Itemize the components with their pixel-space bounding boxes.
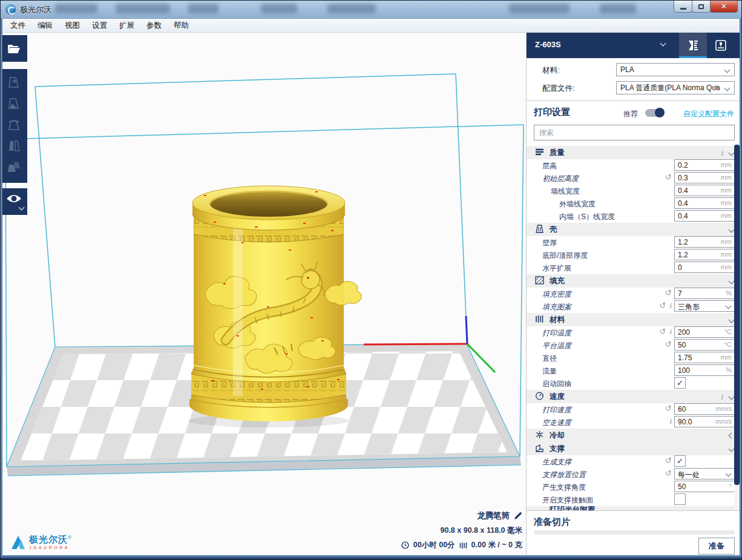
scrollbar-thumb[interactable] (734, 145, 740, 485)
tool-per-model-button[interactable] (7, 160, 21, 177)
viewport-3d[interactable]: 极光尔沃® JGAURORA 龙腾笔筒 90.8 x 90.8 x 118.0 … (1, 33, 526, 556)
menu-item-1[interactable]: 编辑 (31, 19, 59, 32)
field-unit: °C (724, 328, 732, 335)
reset-icon[interactable]: ↺ (665, 173, 672, 181)
setting-value-field[interactable]: 100% (674, 364, 735, 376)
section-header-5[interactable]: 冷却 (527, 429, 741, 442)
menu-item-6[interactable]: 帮助 (168, 19, 195, 32)
section-title: 材料 (550, 315, 565, 325)
setting-label: 内墙（S）线宽度 (559, 212, 615, 222)
chevron-down-icon (724, 85, 731, 91)
titlebar-blur-decoration (327, 4, 376, 13)
reset-icon[interactable]: ↺ (659, 301, 666, 309)
profile-select[interactable]: PLA 普通质量(PLA Norma Qua ★ (616, 81, 735, 94)
material-select[interactable]: PLA (616, 63, 735, 76)
tool-scale-icon (7, 96, 21, 111)
reset-icon[interactable]: ↺ (665, 456, 672, 464)
tool-scale-button[interactable] (7, 96, 21, 113)
menu-item-0[interactable]: 文件 (4, 19, 31, 32)
tab-print-monitor[interactable] (707, 33, 735, 58)
open-file-button[interactable] (1, 35, 27, 62)
field-value: 100 (678, 366, 690, 375)
setting-value-field[interactable]: 200°C (674, 326, 735, 338)
setting-value-field[interactable]: 0.4mm (674, 210, 735, 222)
print-settings-title: 打印设置 (534, 107, 570, 118)
menu-item-5[interactable]: 参数 (140, 19, 168, 32)
info-icon: i (721, 393, 723, 401)
setting-value-field[interactable]: 1.2mm (674, 249, 735, 260)
model-dimensions: 90.8 x 90.8 x 118.0 毫米 (401, 525, 522, 536)
setting-label: 直径 (542, 354, 557, 364)
setting-value-field[interactable]: 50°C (674, 339, 735, 351)
profile-value: PLA 普通质量(PLA Norma Qua (620, 83, 720, 93)
tab-slice-settings[interactable] (679, 33, 707, 58)
setting-value-field[interactable]: 90.0mm/s (674, 416, 735, 427)
setting-value-field[interactable]: 1.75mm (674, 352, 735, 363)
reset-icon[interactable]: ↺ (665, 289, 672, 297)
speed-icon (535, 392, 545, 401)
setting-row: 底部/顶部厚度1.2mm (527, 249, 741, 262)
printer-name[interactable]: Z-603S (535, 40, 561, 49)
setting-row: 初始层高度↺0.3mm (527, 172, 741, 185)
setting-select[interactable]: 每一处 (674, 468, 735, 479)
reset-icon[interactable]: ↺ (665, 404, 672, 412)
menu-item-4[interactable]: 扩展 (113, 19, 140, 32)
setting-value-field[interactable]: 0.4mm (674, 197, 735, 209)
maximize-button[interactable] (692, 1, 711, 13)
scene-canvas[interactable] (1, 33, 526, 556)
section-header-6[interactable]: 支撑 (527, 442, 741, 455)
setting-value-field[interactable]: 7% (674, 288, 735, 299)
section-title: 速度 (550, 392, 565, 402)
section-header-1[interactable]: 壳 (527, 223, 741, 236)
setting-checkbox[interactable]: ✓ (674, 377, 686, 389)
menubar: 文件编辑视图设置扩展参数帮助 (1, 19, 742, 33)
setting-label: 水平扩展 (542, 263, 571, 274)
setting-row: 填充密度↺7% (527, 288, 741, 300)
close-button[interactable]: ✕ (710, 1, 738, 13)
brand-subtitle: JGAURORA (29, 545, 71, 550)
setting-row: 产生支撑角度50° (527, 481, 741, 493)
section-header-2[interactable]: 填充 (527, 274, 741, 288)
app-window: 极光尔沃 ✕ 文件编辑视图设置扩展参数帮助 (0, 0, 742, 560)
custom-profile-link[interactable]: 自定义配置文件 (683, 109, 734, 119)
setting-checkbox[interactable] (674, 493, 686, 505)
settings-search-input[interactable] (534, 125, 735, 140)
recommended-custom-toggle[interactable] (645, 109, 663, 117)
printer-chevron-down-icon[interactable] (660, 41, 666, 47)
section-header-3[interactable]: 材料 (527, 313, 741, 326)
section-header-4[interactable]: 速度i (527, 390, 741, 403)
section-title: 填充 (550, 276, 565, 286)
setting-value-field[interactable]: 0.4mm (674, 185, 735, 196)
setting-row: 支撑放置位置↺每一处 (527, 468, 741, 481)
setting-value-field[interactable]: 1.2mm (674, 236, 735, 248)
tool-rotate-button[interactable] (7, 117, 21, 134)
menu-item-3[interactable]: 设置 (86, 19, 113, 32)
section-header-0[interactable]: 质量i (527, 146, 741, 159)
prepare-button[interactable]: 准备 (698, 538, 735, 555)
setting-value-field[interactable]: 50° (674, 481, 735, 492)
model-dragon-pen-holder[interactable] (188, 186, 361, 427)
setting-value-field[interactable]: 0mm (674, 262, 735, 273)
view-mode-button[interactable] (1, 188, 27, 215)
setting-value-field[interactable]: 0.3mm (674, 172, 735, 183)
tool-move-button[interactable] (7, 75, 21, 92)
field-value: 0.4 (678, 212, 688, 220)
reset-icon[interactable]: ↺ (659, 328, 666, 335)
setting-select[interactable]: 三角形 (674, 300, 735, 312)
reset-icon[interactable]: ↺ (665, 469, 672, 477)
field-unit: mm/s (715, 405, 732, 412)
section-header-7[interactable]: 打印平台附着 (527, 506, 741, 510)
scrollbar[interactable] (734, 143, 740, 510)
menu-item-2[interactable]: 视图 (59, 19, 86, 32)
tool-mirror-button[interactable] (7, 139, 21, 156)
minimize-button[interactable] (674, 1, 692, 13)
setting-label: 开启支撑接触面 (542, 495, 593, 506)
rename-pencil-icon[interactable] (514, 512, 522, 520)
setting-label: 平台温度 (542, 341, 571, 351)
setting-value-field[interactable]: 60mm/s (674, 403, 735, 415)
setting-label: 墙线宽度 (551, 186, 580, 197)
setting-value-field[interactable]: 0.2mm (674, 159, 735, 171)
reset-icon[interactable]: ↺ (665, 340, 672, 348)
setting-checkbox[interactable]: ✓ (674, 455, 686, 467)
field-unit: mm (721, 251, 732, 258)
